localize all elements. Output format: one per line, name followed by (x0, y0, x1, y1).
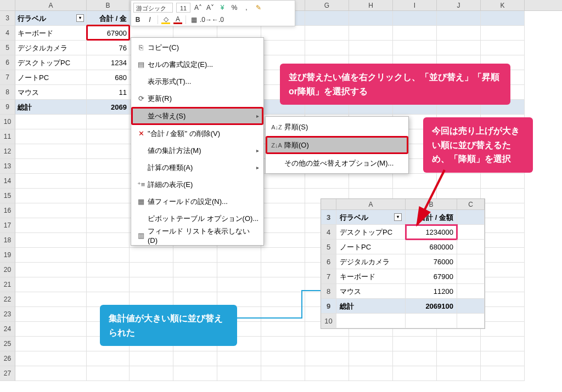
ctx-summarize[interactable]: 値の集計方法(M)▸ (131, 142, 263, 159)
row-header-15[interactable]: 15 (0, 189, 15, 203)
borders-icon[interactable]: ▦ (189, 15, 198, 24)
result-row[interactable]: 10 (321, 314, 485, 328)
arrow-red-icon (395, 164, 461, 236)
ctx-hide-fieldlist[interactable]: ▥フィールド リストを表示しない(D) (131, 227, 263, 244)
row-header-26[interactable]: 26 (0, 351, 15, 366)
refresh-icon: ⟳ (134, 94, 148, 103)
sort-desc-icon: Z↓A (269, 142, 284, 149)
result-col-c[interactable]: C (457, 199, 485, 210)
font-size[interactable]: 11 (176, 3, 190, 13)
copy-icon: ⎘ (134, 43, 148, 52)
selected-cell-b4 (86, 25, 130, 41)
callout-result: 集計値が大きい順に並び替えられた (100, 305, 237, 346)
increase-font-icon[interactable]: A˄ (194, 3, 203, 12)
row-header-18[interactable]: 18 (0, 233, 15, 248)
sort-asc-icon: A↓Z (269, 124, 284, 130)
bold-icon[interactable]: B (133, 15, 142, 24)
italic-icon[interactable]: I (145, 15, 154, 24)
row-header-14[interactable]: 14 (0, 174, 15, 189)
col-header-j[interactable]: J (437, 0, 481, 10)
ctx-format-cells[interactable]: ▤セルの書式設定(E)... (131, 56, 263, 73)
row-header-17[interactable]: 17 (0, 218, 15, 233)
svg-line-0 (417, 170, 445, 225)
sort-submenu: A↓Z昇順(S) Z↓A降順(O) その他の並べ替えオプション(M)... (265, 116, 409, 174)
row-header-12[interactable]: 12 (0, 144, 15, 159)
row-header-24[interactable]: 24 (0, 322, 15, 337)
ctx-sort[interactable]: 並べ替え(S)▸ (131, 107, 263, 125)
row-headers: 3456789101112131415161718192021222324252… (0, 11, 15, 381)
format-cells-icon: ▤ (134, 60, 148, 69)
row-header-22[interactable]: 22 (0, 292, 15, 307)
col-header-h[interactable]: H (349, 0, 393, 10)
font-color-icon[interactable]: A (173, 15, 182, 24)
mini-toolbar: 游ゴシック 11 A˄ A˅ ¥ % , ✎ B I ◇ A ▦ .0→ ←.0 (131, 0, 295, 26)
decrease-font-icon[interactable]: A˅ (206, 3, 215, 12)
sort-asc[interactable]: A↓Z昇順(S) (266, 118, 408, 136)
col-header-b[interactable]: B (87, 0, 130, 10)
ctx-refresh[interactable]: ⟳更新(R) (131, 90, 263, 107)
chevron-right-icon: ▸ (256, 113, 259, 119)
select-all-corner[interactable] (0, 0, 15, 10)
increase-decimal-icon[interactable]: .0→ (201, 15, 210, 24)
ctx-show-detail[interactable]: ⁺≡詳細の表示(E) (131, 176, 263, 193)
format-painter-icon[interactable]: ✎ (254, 3, 263, 12)
fieldlist-icon: ▥ (134, 231, 148, 240)
row-header-16[interactable]: 16 (0, 203, 15, 218)
col-header-a[interactable]: A (15, 0, 87, 10)
row-header-25[interactable]: 25 (0, 337, 15, 351)
row-header-21[interactable]: 21 (0, 277, 15, 292)
detail-icon: ⁺≡ (134, 180, 148, 189)
delete-icon: ✕ (134, 129, 148, 138)
row-header-7[interactable]: 7 (0, 70, 15, 85)
col-header-i[interactable]: I (393, 0, 437, 10)
sort-desc[interactable]: Z↓A降順(O) (266, 136, 408, 154)
ctx-copy[interactable]: ⎘コピー(C) (131, 39, 263, 56)
decrease-decimal-icon[interactable]: ←.0 (213, 15, 222, 24)
currency-icon[interactable]: ¥ (218, 3, 227, 12)
font-name[interactable]: 游ゴシック (133, 3, 173, 13)
row-header-23[interactable]: 23 (0, 307, 15, 322)
result-row[interactable]: 5ノートPC680000 (321, 240, 485, 254)
comma-icon[interactable]: , (242, 3, 251, 12)
row-header-20[interactable]: 20 (0, 263, 15, 277)
col-header-k[interactable]: K (481, 0, 525, 10)
row-header-8[interactable]: 8 (0, 85, 15, 100)
fill-color-icon[interactable]: ◇ (161, 15, 170, 24)
result-row[interactable]: 7キーボード67900 (321, 269, 485, 284)
row-header-4[interactable]: 4 (0, 26, 15, 41)
callout-instruction: 並び替えたい値を右クリックし、「並び替え」「昇順or降順」を選択する (280, 64, 510, 105)
connector-blue-icon (236, 285, 329, 323)
result-row[interactable]: 6デジタルカメラ76000 (321, 254, 485, 269)
row-header-3[interactable]: 3 (0, 11, 15, 26)
ctx-number-format[interactable]: 表示形式(T)... (131, 73, 263, 90)
row-header-6[interactable]: 6 (0, 55, 15, 70)
context-menu: ⎘コピー(C) ▤セルの書式設定(E)... 表示形式(T)... ⟳更新(R)… (131, 37, 264, 246)
chevron-right-icon: ▸ (256, 164, 259, 171)
chevron-right-icon: ▸ (256, 147, 259, 154)
col-header-g[interactable]: G (305, 0, 349, 10)
result-row[interactable]: 8マウス11200 (321, 284, 485, 299)
row-header-5[interactable]: 5 (0, 41, 15, 55)
ctx-pivot-options[interactable]: ピボットテーブル オプション(O)... (131, 210, 263, 227)
ctx-delete-field[interactable]: ✕"合計 / 金額" の削除(V) (131, 125, 263, 142)
field-settings-icon: ▦ (134, 197, 148, 206)
filter-button[interactable]: ▾ (76, 14, 84, 22)
row-header-27[interactable]: 27 (0, 366, 15, 381)
row-header-11[interactable]: 11 (0, 129, 15, 144)
row-header-9[interactable]: 9 (0, 100, 15, 115)
ctx-field-settings[interactable]: ▦値フィールドの設定(N)... (131, 193, 263, 210)
row-header-10[interactable]: 10 (0, 115, 15, 129)
sort-more[interactable]: その他の並べ替えオプション(M)... (266, 154, 408, 172)
row-header-13[interactable]: 13 (0, 159, 15, 174)
row-header-19[interactable]: 19 (0, 248, 15, 263)
ctx-calc-type[interactable]: 計算の種類(A)▸ (131, 159, 263, 176)
result-row[interactable]: 9総計2069100 (321, 299, 485, 314)
percent-icon[interactable]: % (230, 3, 239, 12)
